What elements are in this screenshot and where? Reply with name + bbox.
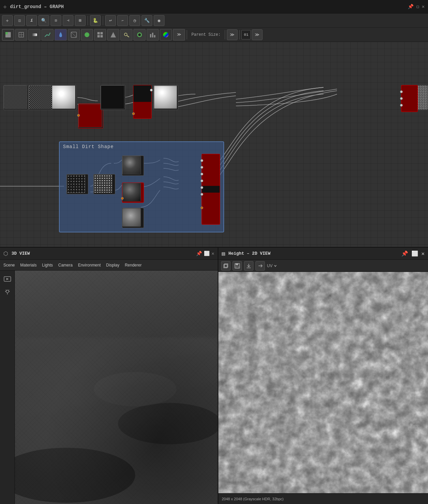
- group-node-5[interactable]: [122, 208, 144, 228]
- menu-display[interactable]: Display: [106, 263, 119, 268]
- window-controls: 📌 ◻ ✕: [408, 4, 425, 9]
- svg-marker-13: [111, 32, 116, 37]
- node-4[interactable]: [78, 104, 103, 129]
- view2d-pin-button[interactable]: 📌: [401, 251, 408, 257]
- view3d-sidebar: [0, 271, 15, 504]
- grid3-button[interactable]: [94, 29, 106, 40]
- menu-renderer[interactable]: Renderer: [125, 263, 142, 268]
- uv-selector[interactable]: UV: [267, 263, 277, 268]
- image-button[interactable]: [2, 29, 14, 40]
- view2d-panel: ▤ Height – 2D VIEW 📌 ⬜ ✕ UV: [218, 248, 428, 504]
- view3d-header: ⬡ 3D VIEW 📌 ⬜ ✕: [0, 248, 218, 260]
- settings-button[interactable]: 🔧: [142, 15, 152, 26]
- view2d-title: Height – 2D VIEW: [228, 251, 398, 256]
- light-button[interactable]: [2, 287, 13, 298]
- svg-rect-12: [100, 35, 103, 37]
- group-node-4[interactable]: [122, 183, 144, 203]
- title-bar: ✛ dirt_ground – GRAPH 📌 ◻ ✕: [0, 0, 428, 13]
- maximize-button[interactable]: ◻: [416, 4, 419, 9]
- menu-camera[interactable]: Camera: [58, 263, 73, 268]
- curve-button[interactable]: ⌐: [117, 15, 128, 26]
- menu-environment[interactable]: Environment: [78, 263, 100, 268]
- svg-marker-23: [6, 278, 9, 280]
- svg-rect-11: [97, 35, 100, 37]
- view2d-save-button[interactable]: [233, 261, 242, 271]
- group-small-dirt-shape: Small Dirt Shape: [59, 141, 224, 232]
- toolbar1: ✛ ◫ i 🔍 ⊡ ⊣ ⊞ 🐍 ↩ ⌐ ◷ 🔧 ◉: [0, 13, 428, 28]
- menu-lights[interactable]: Lights: [42, 263, 53, 268]
- view3d-viewport[interactable]: ⬡: [15, 271, 218, 504]
- view-button[interactable]: ◉: [154, 15, 164, 26]
- undo-button[interactable]: ↩: [105, 15, 116, 26]
- group-node-1[interactable]: [66, 174, 88, 194]
- refresh-button[interactable]: ◷: [129, 15, 140, 26]
- group-node-right[interactable]: [202, 154, 220, 225]
- svg-point-24: [6, 290, 9, 293]
- channel-expand[interactable]: ≫: [252, 29, 263, 40]
- python-button[interactable]: 🐍: [90, 15, 101, 26]
- view3d-pin-button[interactable]: 📌: [196, 251, 202, 256]
- svg-line-29: [8, 290, 9, 290]
- view2d-status: 2048 x 2048 (Grayscale HDR, 32bpc): [218, 493, 428, 504]
- share-button[interactable]: ⊣: [63, 15, 73, 26]
- svg-line-15: [127, 35, 129, 37]
- camera-button[interactable]: [2, 273, 13, 284]
- group-node-3[interactable]: [122, 156, 144, 176]
- view3d-panel: ⬡ 3D VIEW 📌 ⬜ ✕ Scene Materials Lights C…: [0, 248, 218, 504]
- node-6[interactable]: [133, 85, 152, 119]
- node-7[interactable]: [153, 85, 178, 110]
- separator1: [88, 16, 88, 25]
- view2d-header: ▤ Height – 2D VIEW 📌 ⬜ ✕: [218, 248, 428, 260]
- more-button[interactable]: ≫: [173, 29, 185, 40]
- view2d-export-button[interactable]: [244, 261, 253, 271]
- fit-button[interactable]: ⊡: [51, 15, 61, 26]
- sphere-button[interactable]: [81, 29, 93, 40]
- filter-button[interactable]: [15, 29, 27, 40]
- histogram-button[interactable]: [147, 29, 159, 40]
- shape2-button[interactable]: [107, 29, 119, 40]
- view3d-menu: Scene Materials Lights Camera Environmen…: [0, 260, 218, 271]
- node-2[interactable]: [29, 85, 54, 110]
- view3d-close-button[interactable]: ✕: [212, 251, 214, 256]
- hdr-button[interactable]: [160, 29, 172, 40]
- separator4: [225, 30, 225, 39]
- window-title: dirt_ground – GRAPH: [10, 4, 408, 9]
- channel-number: 01: [241, 30, 251, 39]
- gradient-button[interactable]: [28, 29, 40, 40]
- move-tool-button[interactable]: ✛: [2, 15, 13, 26]
- toolbar2: ≫ Parent Size: ≫ 01 ≫: [0, 28, 428, 42]
- svg-rect-9: [97, 32, 100, 34]
- view2d-share-button[interactable]: [255, 261, 265, 271]
- menu-scene[interactable]: Scene: [3, 263, 15, 268]
- node-right-red[interactable]: [401, 85, 418, 112]
- graph-area[interactable]: Small Dirt Shape: [0, 42, 428, 247]
- search-button[interactable]: 🔍: [38, 15, 49, 26]
- svg-point-21: [163, 32, 169, 37]
- view2d-expand-button[interactable]: ⬜: [411, 251, 418, 257]
- water-button[interactable]: [55, 29, 67, 40]
- view3d-expand-button[interactable]: ⬜: [204, 251, 210, 256]
- expand-button[interactable]: ≫: [227, 29, 238, 40]
- node-3[interactable]: [52, 85, 77, 110]
- svg-rect-38: [236, 263, 238, 265]
- group-node-2[interactable]: [93, 174, 115, 194]
- info-button[interactable]: i: [26, 15, 37, 26]
- grid-button[interactable]: ⊞: [75, 15, 86, 26]
- key-button[interactable]: [120, 29, 132, 40]
- zoom-button[interactable]: ◫: [14, 15, 25, 26]
- view2d-viewport[interactable]: [218, 272, 428, 493]
- normal-button[interactable]: [68, 29, 80, 40]
- svg-rect-5: [32, 33, 37, 36]
- svg-point-17: [138, 33, 141, 36]
- curve-editor-button[interactable]: [41, 29, 54, 40]
- node-1[interactable]: [3, 85, 28, 110]
- menu-materials[interactable]: Materials: [20, 263, 37, 268]
- pin-button[interactable]: 📌: [408, 4, 414, 9]
- node-5[interactable]: [100, 85, 125, 110]
- mask-button[interactable]: [133, 29, 146, 40]
- close-button[interactable]: ✕: [422, 4, 425, 9]
- view2d-copy-button[interactable]: [221, 261, 231, 271]
- view2d-close-button[interactable]: ✕: [421, 251, 425, 257]
- view2d-controls: 📌 ⬜ ✕: [401, 250, 425, 257]
- view3d-controls: 📌 ⬜ ✕: [196, 251, 214, 256]
